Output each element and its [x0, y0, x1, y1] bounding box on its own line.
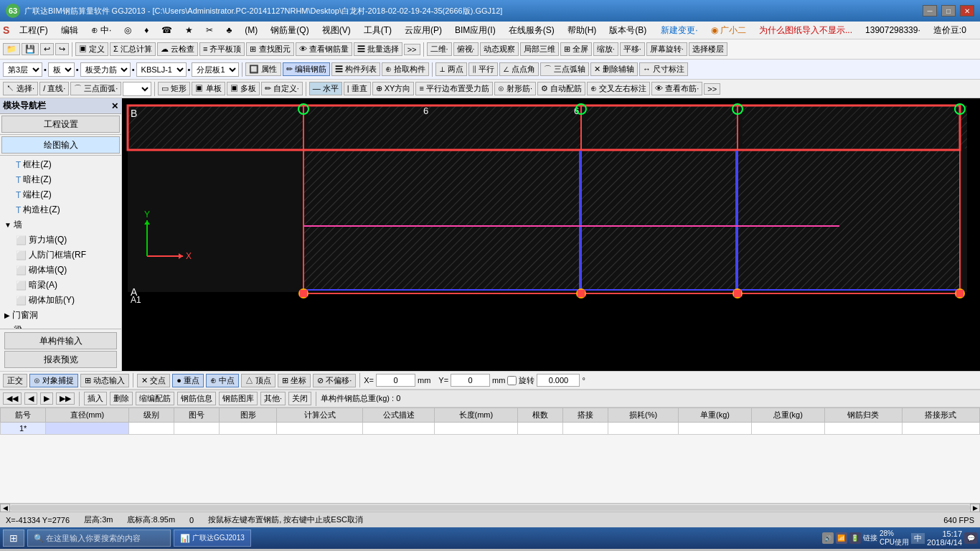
rebar-nav-next[interactable]: ▶: [40, 392, 53, 405]
line-type-select[interactable]: [123, 82, 151, 96]
tb-3pt-arc[interactable]: ⌒ 三点弧轴: [540, 62, 589, 76]
menu-tools3[interactable]: ☎: [156, 24, 178, 37]
sidebar-item-end-col[interactable]: T 端柱(Z): [1, 187, 120, 202]
sidebar-item-struct-col[interactable]: T 构造柱(Z): [1, 202, 120, 217]
tray-notification[interactable]: 💬: [964, 532, 977, 544]
tb-rectangle[interactable]: ▭ 矩形: [158, 82, 190, 95]
snap-coord[interactable]: ⊞ 坐标: [278, 374, 311, 387]
menu-help[interactable]: 帮助(H): [562, 23, 603, 38]
rebar-type-select[interactable]: 板受力筋: [80, 62, 131, 77]
snap-object[interactable]: ⊙ 对象捕捉: [29, 374, 78, 387]
tray-lang[interactable]: 中: [911, 533, 925, 544]
menu-view[interactable]: 视图(V): [316, 23, 357, 38]
tb-horizontal[interactable]: — 水平: [309, 82, 342, 95]
menu-tools4[interactable]: ★: [179, 24, 199, 37]
rebar-abbreviate[interactable]: 缩编配筋: [136, 392, 174, 405]
tb-save[interactable]: 💾: [22, 43, 39, 55]
menu-guangxiao[interactable]: ◉ 广小二: [705, 23, 752, 38]
snap-intersection[interactable]: ✕ 交点: [137, 374, 170, 387]
drawing-input-btn[interactable]: 绘图输入: [1, 136, 120, 154]
tb-dynamic-view[interactable]: 动态观察: [480, 42, 519, 56]
canvas-area[interactable]: B A A1 6 6 X: [122, 98, 980, 371]
menu-online[interactable]: 在线服务(S): [503, 23, 560, 38]
division-select[interactable]: 分层板1: [192, 62, 239, 77]
rebar-other[interactable]: 其他·: [260, 392, 286, 405]
tb-vertical[interactable]: | 垂直: [344, 82, 371, 95]
tb-calculate[interactable]: Σ 汇总计算: [110, 42, 156, 56]
tb-edit-rebar[interactable]: ✏ 编辑钢筋: [283, 62, 330, 76]
tb-zoom[interactable]: 缩放·: [593, 42, 618, 56]
report-preview-btn[interactable]: 报表预览: [4, 351, 117, 368]
close-button[interactable]: ✕: [960, 5, 974, 17]
snap-no-offset[interactable]: ⊘ 不偏移·: [313, 374, 356, 387]
menu-import-hint[interactable]: 为什么图纸导入不显示...: [753, 23, 858, 38]
snap-center[interactable]: ⊕ 中点: [206, 374, 239, 387]
rebar-nav-first[interactable]: ◀◀: [3, 392, 22, 405]
rebar-insert[interactable]: 插入: [84, 392, 107, 405]
tb-top-view[interactable]: 俯视·: [453, 42, 479, 56]
tb-more2[interactable]: >>: [704, 83, 720, 95]
element-select[interactable]: KBSLJ-1: [136, 62, 187, 77]
single-element-input-btn[interactable]: 单构件输入: [4, 332, 117, 349]
tb-fullscreen[interactable]: ⊞ 全屏: [560, 42, 592, 56]
tb-parallel-edge[interactable]: ≡ 平行边布置受力筋: [415, 82, 492, 95]
menu-settings[interactable]: ⚙: [974, 24, 980, 37]
tb-redo[interactable]: ↪: [55, 43, 69, 55]
sidebar-item-column[interactable]: T 框柱(Z): [1, 157, 120, 172]
sidebar-item-masonry-rebar[interactable]: ⬜ 砌体加筋(Y): [1, 293, 120, 308]
tray-icon-2[interactable]: 📶: [836, 532, 847, 544]
tb-two-points[interactable]: ⊥ 两点: [435, 62, 467, 76]
cell-diameter[interactable]: [46, 423, 129, 435]
tb-dimension[interactable]: ↔ 尺寸标注: [639, 62, 688, 76]
rebar-delete[interactable]: 删除: [110, 392, 133, 405]
tb-undo[interactable]: ↩: [40, 43, 54, 55]
tray-icon-1[interactable]: 🔊: [822, 532, 834, 544]
menu-tools[interactable]: 工具(T): [358, 23, 397, 38]
tb-3pt-arc-draw[interactable]: ⌒ 三点面弧·: [70, 82, 121, 95]
menu-tools6[interactable]: ♣: [220, 24, 237, 37]
taskbar-app-ggj[interactable]: 📊 广联达GGJ2013: [174, 529, 251, 547]
sidebar-item-masonry-wall[interactable]: ⬜ 砌体墙(Q): [1, 263, 120, 278]
y-input[interactable]: [451, 374, 490, 387]
scrollbar-left[interactable]: ◀: [0, 504, 10, 512]
menu-edit[interactable]: 编辑: [55, 23, 84, 38]
tb-element-list[interactable]: ☰ 构件列表: [331, 62, 380, 76]
sidebar-item-civil-def[interactable]: ⬜ 人防门框墙(RF: [1, 248, 120, 263]
tb-view-rebar[interactable]: 👁 查看钢筋量: [296, 42, 352, 56]
floor-select[interactable]: 第3层: [3, 62, 42, 77]
tb-more[interactable]: >>: [404, 44, 420, 55]
sidebar-item-beam[interactable]: ▼ 梁: [1, 323, 120, 329]
snap-dynamic[interactable]: ⊞ 动态输入: [80, 374, 129, 387]
x-input[interactable]: [376, 374, 415, 387]
snap-orthogonal[interactable]: 正交: [3, 374, 27, 387]
snap-midpoint[interactable]: ● 重点: [172, 374, 204, 387]
tb-multi-slab[interactable]: ▣ 多板: [227, 82, 260, 95]
sidebar-controls[interactable]: ✕: [111, 101, 118, 111]
rebar-info[interactable]: 钢筋信息: [177, 392, 216, 405]
tb-single-slab[interactable]: ▣ 单板: [192, 82, 225, 95]
tb-pick-element[interactable]: ⊕ 拾取构件: [382, 62, 429, 76]
minimize-button[interactable]: ─: [923, 5, 937, 17]
element-type-select[interactable]: 板: [48, 62, 75, 77]
menu-tools1[interactable]: ◎: [118, 24, 137, 37]
tb-cross-label[interactable]: ⊕ 交叉左右标注: [587, 82, 650, 95]
sidebar-item-shear-wall[interactable]: ⬜ 剪力墙(Q): [1, 232, 120, 248]
tb-custom-draw[interactable]: ✏ 自定义·: [261, 82, 303, 95]
menu-tools5[interactable]: ✂: [200, 24, 219, 37]
menu-tools2[interactable]: ♦: [138, 24, 154, 37]
tb-point-angle[interactable]: ∠ 点点角: [499, 62, 539, 76]
tb-batch-select[interactable]: ☰ 批量选择: [354, 42, 402, 56]
sidebar-item-dark-col[interactable]: T 暗柱(Z): [1, 172, 120, 187]
sidebar-item-dark-beam[interactable]: ⬜ 暗梁(A): [1, 278, 120, 293]
rebar-library[interactable]: 钢筋图库: [219, 392, 258, 405]
menu-version[interactable]: 版本号(B): [603, 23, 652, 38]
tb-radial[interactable]: ⊙ 射形筋·: [494, 82, 536, 95]
rebar-table-container[interactable]: 筋号 直径(mm) 级别 图号 图形 计算公式 公式描述 长度(mm) 根数 搭…: [0, 408, 980, 503]
rebar-nav-last[interactable]: ▶▶: [56, 392, 75, 405]
scrollbar-right[interactable]: ▶: [970, 504, 980, 512]
menu-phone[interactable]: 13907298339·: [859, 24, 926, 37]
tb-parallel[interactable]: ∥ 平行: [468, 62, 498, 76]
tb-partial-3d[interactable]: 局部三维: [520, 42, 559, 56]
rebar-nav-prev[interactable]: ◀: [24, 392, 37, 405]
tb-2d[interactable]: 二维·: [427, 42, 452, 56]
